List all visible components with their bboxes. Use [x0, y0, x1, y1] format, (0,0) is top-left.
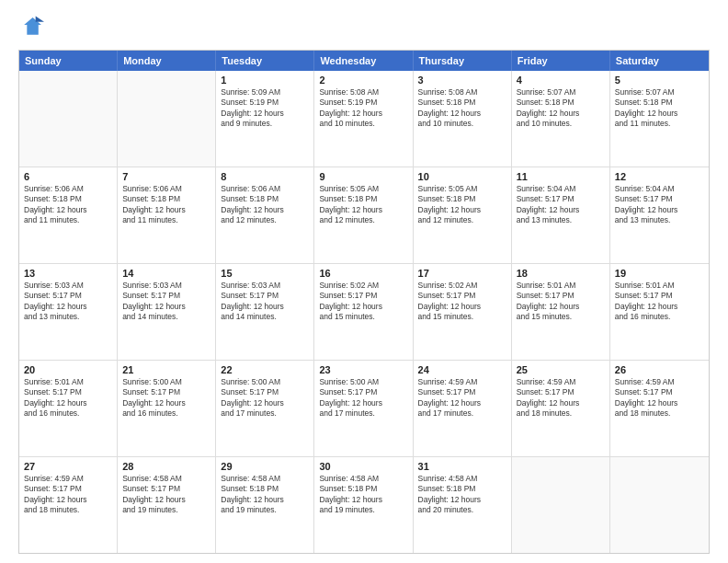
day-cell-17: 17Sunrise: 5:02 AM Sunset: 5:17 PM Dayli… — [414, 264, 512, 360]
day-number: 6 — [24, 171, 112, 182]
empty-cell — [610, 457, 709, 553]
day-cell-10: 10Sunrise: 5:05 AM Sunset: 5:18 PM Dayli… — [414, 167, 512, 263]
day-cell-7: 7Sunrise: 5:06 AM Sunset: 5:18 PM Daylig… — [118, 167, 216, 263]
day-cell-14: 14Sunrise: 5:03 AM Sunset: 5:17 PM Dayli… — [118, 264, 216, 360]
day-cell-22: 22Sunrise: 5:00 AM Sunset: 5:17 PM Dayli… — [216, 361, 314, 456]
day-info: Sunrise: 5:05 AM Sunset: 5:18 PM Dayligh… — [319, 184, 407, 226]
day-number: 11 — [517, 171, 605, 182]
day-number: 3 — [418, 75, 506, 86]
day-info: Sunrise: 5:01 AM Sunset: 5:17 PM Dayligh… — [615, 281, 704, 323]
day-number: 24 — [418, 364, 506, 375]
day-number: 9 — [319, 171, 407, 182]
day-number: 5 — [615, 75, 704, 86]
day-cell-29: 29Sunrise: 4:58 AM Sunset: 5:18 PM Dayli… — [216, 457, 314, 553]
day-info: Sunrise: 5:04 AM Sunset: 5:17 PM Dayligh… — [615, 184, 704, 226]
day-cell-6: 6Sunrise: 5:06 AM Sunset: 5:18 PM Daylig… — [19, 167, 118, 263]
day-cell-8: 8Sunrise: 5:06 AM Sunset: 5:18 PM Daylig… — [216, 167, 314, 263]
week-row-4: 20Sunrise: 5:01 AM Sunset: 5:17 PM Dayli… — [19, 361, 709, 457]
header-day-wednesday: Wednesday — [314, 51, 413, 71]
week-row-1: 1Sunrise: 5:09 AM Sunset: 5:19 PM Daylig… — [19, 71, 709, 167]
day-info: Sunrise: 5:01 AM Sunset: 5:17 PM Dayligh… — [517, 281, 605, 323]
empty-cell — [118, 71, 216, 167]
day-cell-19: 19Sunrise: 5:01 AM Sunset: 5:17 PM Dayli… — [610, 264, 709, 360]
empty-cell — [19, 71, 118, 167]
day-info: Sunrise: 5:05 AM Sunset: 5:18 PM Dayligh… — [418, 184, 506, 226]
day-number: 17 — [418, 268, 506, 279]
day-cell-1: 1Sunrise: 5:09 AM Sunset: 5:19 PM Daylig… — [216, 71, 314, 167]
header-day-friday: Friday — [512, 51, 610, 71]
day-cell-30: 30Sunrise: 4:58 AM Sunset: 5:18 PM Dayli… — [314, 457, 413, 553]
day-info: Sunrise: 5:02 AM Sunset: 5:17 PM Dayligh… — [418, 281, 506, 323]
day-info: Sunrise: 5:04 AM Sunset: 5:17 PM Dayligh… — [517, 184, 605, 226]
header-day-saturday: Saturday — [610, 51, 709, 71]
day-number: 16 — [319, 268, 407, 279]
day-number: 14 — [122, 268, 210, 279]
day-info: Sunrise: 4:58 AM Sunset: 5:18 PM Dayligh… — [319, 474, 407, 516]
day-info: Sunrise: 5:00 AM Sunset: 5:17 PM Dayligh… — [319, 377, 407, 419]
day-info: Sunrise: 5:06 AM Sunset: 5:18 PM Dayligh… — [24, 184, 112, 226]
day-number: 8 — [221, 171, 309, 182]
day-cell-3: 3Sunrise: 5:08 AM Sunset: 5:18 PM Daylig… — [414, 71, 512, 167]
calendar-header: SundayMondayTuesdayWednesdayThursdayFrid… — [19, 51, 709, 71]
day-info: Sunrise: 4:59 AM Sunset: 5:17 PM Dayligh… — [517, 377, 605, 419]
header-day-tuesday: Tuesday — [216, 51, 314, 71]
day-info: Sunrise: 5:06 AM Sunset: 5:18 PM Dayligh… — [221, 184, 309, 226]
day-info: Sunrise: 4:58 AM Sunset: 5:17 PM Dayligh… — [122, 474, 210, 516]
day-info: Sunrise: 5:06 AM Sunset: 5:18 PM Dayligh… — [122, 184, 210, 226]
day-cell-9: 9Sunrise: 5:05 AM Sunset: 5:18 PM Daylig… — [314, 167, 413, 263]
day-number: 15 — [221, 268, 309, 279]
day-cell-16: 16Sunrise: 5:02 AM Sunset: 5:17 PM Dayli… — [314, 264, 413, 360]
day-info: Sunrise: 5:02 AM Sunset: 5:17 PM Dayligh… — [319, 281, 407, 323]
day-number: 18 — [517, 268, 605, 279]
day-cell-27: 27Sunrise: 4:59 AM Sunset: 5:17 PM Dayli… — [19, 457, 118, 553]
day-cell-12: 12Sunrise: 5:04 AM Sunset: 5:17 PM Dayli… — [610, 167, 709, 263]
week-row-2: 6Sunrise: 5:06 AM Sunset: 5:18 PM Daylig… — [19, 167, 709, 264]
day-cell-15: 15Sunrise: 5:03 AM Sunset: 5:17 PM Dayli… — [216, 264, 314, 360]
day-cell-4: 4Sunrise: 5:07 AM Sunset: 5:18 PM Daylig… — [512, 71, 610, 167]
day-cell-20: 20Sunrise: 5:01 AM Sunset: 5:17 PM Dayli… — [19, 361, 118, 456]
logo-icon — [18, 15, 44, 40]
calendar: SundayMondayTuesdayWednesdayThursdayFrid… — [18, 50, 710, 554]
day-info: Sunrise: 4:58 AM Sunset: 5:18 PM Dayligh… — [221, 474, 309, 516]
day-number: 13 — [24, 268, 112, 279]
header-day-monday: Monday — [118, 51, 216, 71]
day-number: 30 — [319, 461, 407, 472]
day-info: Sunrise: 4:59 AM Sunset: 5:17 PM Dayligh… — [418, 377, 506, 419]
day-cell-5: 5Sunrise: 5:07 AM Sunset: 5:18 PM Daylig… — [610, 71, 709, 167]
day-info: Sunrise: 5:01 AM Sunset: 5:17 PM Dayligh… — [24, 377, 112, 419]
day-cell-25: 25Sunrise: 4:59 AM Sunset: 5:17 PM Dayli… — [512, 361, 610, 456]
day-number: 26 — [615, 364, 704, 375]
week-row-5: 27Sunrise: 4:59 AM Sunset: 5:17 PM Dayli… — [19, 457, 709, 553]
day-info: Sunrise: 5:09 AM Sunset: 5:19 PM Dayligh… — [221, 87, 309, 130]
day-info: Sunrise: 5:03 AM Sunset: 5:17 PM Dayligh… — [24, 281, 112, 323]
day-info: Sunrise: 4:59 AM Sunset: 5:17 PM Dayligh… — [24, 474, 112, 516]
day-number: 31 — [418, 461, 506, 472]
day-number: 21 — [122, 364, 210, 375]
day-info: Sunrise: 5:08 AM Sunset: 5:19 PM Dayligh… — [319, 87, 407, 130]
logo — [18, 15, 48, 40]
day-cell-28: 28Sunrise: 4:58 AM Sunset: 5:17 PM Dayli… — [118, 457, 216, 553]
day-number: 27 — [24, 461, 112, 472]
day-number: 25 — [517, 364, 605, 375]
day-number: 28 — [122, 461, 210, 472]
day-info: Sunrise: 4:58 AM Sunset: 5:18 PM Dayligh… — [418, 474, 506, 516]
day-cell-23: 23Sunrise: 5:00 AM Sunset: 5:17 PM Dayli… — [314, 361, 413, 456]
day-number: 23 — [319, 364, 407, 375]
day-cell-13: 13Sunrise: 5:03 AM Sunset: 5:17 PM Dayli… — [19, 264, 118, 360]
header-day-sunday: Sunday — [19, 51, 118, 71]
day-number: 2 — [319, 75, 407, 86]
day-info: Sunrise: 5:03 AM Sunset: 5:17 PM Dayligh… — [221, 281, 309, 323]
day-cell-18: 18Sunrise: 5:01 AM Sunset: 5:17 PM Dayli… — [512, 264, 610, 360]
calendar-body: 1Sunrise: 5:09 AM Sunset: 5:19 PM Daylig… — [19, 71, 709, 553]
day-info: Sunrise: 5:00 AM Sunset: 5:17 PM Dayligh… — [122, 377, 210, 419]
header — [18, 15, 710, 40]
day-info: Sunrise: 5:00 AM Sunset: 5:17 PM Dayligh… — [221, 377, 309, 419]
day-info: Sunrise: 5:03 AM Sunset: 5:17 PM Dayligh… — [122, 281, 210, 323]
day-cell-24: 24Sunrise: 4:59 AM Sunset: 5:17 PM Dayli… — [414, 361, 512, 456]
calendar-page: SundayMondayTuesdayWednesdayThursdayFrid… — [0, 0, 728, 563]
day-number: 12 — [615, 171, 704, 182]
day-number: 19 — [615, 268, 704, 279]
day-number: 22 — [221, 364, 309, 375]
day-number: 29 — [221, 461, 309, 472]
day-number: 20 — [24, 364, 112, 375]
